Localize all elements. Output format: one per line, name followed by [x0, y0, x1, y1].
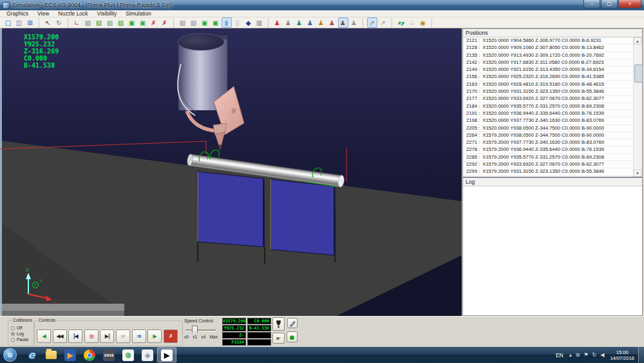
positions-list[interactable]: 2121 : X1520.0000 Y904.5860 Z-306.9770 C…: [463, 37, 634, 177]
pen-button[interactable]: [287, 318, 298, 328]
xy-measure-icon[interactable]: xy: [396, 17, 406, 28]
position-row[interactable]: 2163 : X1520.0000 Y928.4810 Z-319.5180 C…: [463, 81, 634, 88]
position-row[interactable]: 2278 : X1579.2000 Y936.9440 Z-335.6440 C…: [463, 146, 634, 153]
man-gray-icon[interactable]: ♟: [283, 17, 294, 28]
show-desktop-button[interactable]: [638, 347, 644, 363]
network-icon[interactable]: ⊞: [576, 352, 580, 358]
start-button[interactable]: ⊞: [3, 348, 17, 362]
stop-button[interactable]: ■: [84, 329, 99, 343]
position-row[interactable]: 2191 : X1520.0000 Y936.9440 Z-335.6440 C…: [463, 110, 634, 117]
step-backward-button[interactable]: |◀: [68, 329, 82, 343]
collision-option-log[interactable]: Log: [11, 331, 28, 337]
position-row[interactable]: 2128 : X1520.0000 Y909.1060 Z-307.8050 C…: [463, 44, 634, 52]
section-view-icon[interactable]: ▣: [127, 17, 137, 28]
position-row[interactable]: 2121 : X1520.0000 Y904.5860 Z-306.9770 C…: [463, 37, 634, 44]
man-delete-icon[interactable]: ♟: [327, 17, 337, 28]
volume-icon[interactable]: ◀: [600, 352, 604, 358]
position-row[interactable]: 2292 : X1579.2000 Y933.6920 Z-327.0670 C…: [463, 161, 634, 168]
delete-all-icon[interactable]: ✗: [160, 17, 170, 28]
close-button[interactable]: ×: [618, 0, 641, 8]
simulation-viewport[interactable]: Z Y X X1579.200Y925.232Z-316.269C0.000B-…: [0, 28, 462, 316]
position-row[interactable]: 2156 : X1520.0000 Y925.2320 Z-316.2690 C…: [463, 74, 634, 81]
app-green-tool[interactable]: ⊛: [118, 348, 138, 362]
graph-nodes-icon[interactable]: ∴: [407, 17, 417, 28]
man-blue-icon[interactable]: ♟: [305, 17, 316, 28]
menu-graphics[interactable]: Graphics: [2, 10, 33, 17]
view-quad-icon[interactable]: ⊞: [25, 17, 35, 28]
menu-visibility[interactable]: Visibility: [93, 10, 122, 17]
minimize-button[interactable]: –: [583, 0, 600, 8]
man-gold-icon[interactable]: ♟: [316, 17, 327, 28]
view-single-icon[interactable]: □: [3, 17, 14, 28]
position-row[interactable]: 2285 : X1579.2000 Y935.5770 Z-331.2570 C…: [463, 154, 634, 161]
globe-icon[interactable]: ◉: [418, 17, 428, 28]
man-teal-icon[interactable]: ♟: [294, 17, 305, 28]
sync-icon[interactable]: ↻: [592, 352, 597, 358]
position-row[interactable]: 2299 : X1579.2000 Y931.3150 Z-323.1350 C…: [463, 168, 634, 175]
taskbar-clock[interactable]: 15:00 14/07/2016: [610, 349, 634, 361]
shaded-view-icon[interactable]: ▧: [94, 17, 104, 28]
menu-view[interactable]: View: [33, 10, 53, 17]
clip-view-icon[interactable]: ▣: [138, 17, 148, 28]
run-to-position-button[interactable]: ⇉: [132, 329, 146, 343]
radio-off[interactable]: [11, 326, 15, 330]
scroll-up-arrow-icon[interactable]: ▲: [634, 37, 641, 44]
select-cursor-icon[interactable]: ↖: [43, 17, 53, 28]
pick-pen-icon[interactable]: ↗: [378, 17, 388, 28]
wireframe-view-icon[interactable]: ▧: [105, 17, 115, 28]
axes-display-icon[interactable]: ∟: [72, 17, 82, 28]
position-row[interactable]: 2149 : X1520.0000 Y921.6150 Z-313.4350 C…: [463, 66, 634, 74]
position-row[interactable]: 2135 : X1520.0000 Y913.4930 Z-309.1720 C…: [463, 52, 634, 59]
cylinder-icon[interactable]: ▯: [232, 17, 243, 28]
tray-expand-icon[interactable]: ▴: [569, 352, 572, 358]
pick-pen-active-icon[interactable]: ↗: [367, 17, 377, 28]
position-row[interactable]: 2198 : X1520.0000 Y937.7730 Z-340.1630 C…: [463, 117, 634, 124]
app-chrome[interactable]: [80, 348, 99, 362]
language-indicator[interactable]: EN: [556, 352, 564, 358]
stock-wire-2-icon[interactable]: ▧: [189, 17, 199, 28]
stock-box-icon[interactable]: ▥: [254, 17, 265, 28]
hidden-line-view-icon[interactable]: ▧: [116, 17, 126, 28]
collision-option-pause[interactable]: Pause: [11, 337, 28, 342]
positions-scrollbar[interactable]: ▲ ▼: [633, 37, 642, 177]
play-backward-button[interactable]: ◀: [37, 329, 51, 343]
speed-slider[interactable]: [185, 329, 216, 331]
delete-entity-icon[interactable]: ✗: [149, 17, 159, 28]
stock-solid-2-icon[interactable]: ▣: [211, 17, 221, 28]
radio-pause[interactable]: [11, 338, 15, 342]
menu-simulation[interactable]: Simulation: [121, 10, 156, 17]
position-row[interactable]: 2184 : X1520.0000 Y935.5770 Z-331.2570 C…: [463, 103, 634, 110]
menu-nozzle-lock[interactable]: Nozzle Lock: [53, 10, 92, 17]
position-row[interactable]: 2177 : X1520.0000 Y933.6920 Z-327.0670 C…: [463, 95, 634, 103]
collision-option-off[interactable]: Off: [11, 325, 28, 331]
radio-log[interactable]: [11, 332, 15, 336]
app-explorer[interactable]: [41, 348, 61, 362]
view-split-icon[interactable]: ◫: [14, 17, 24, 28]
scrollbar-thumb[interactable]: [634, 64, 643, 83]
flag-icon[interactable]: ⚑: [583, 352, 588, 358]
app-2016[interactable]: 2016: [99, 348, 118, 362]
jump-block-button[interactable]: ⇄: [116, 329, 130, 343]
man-red-icon[interactable]: ♟: [272, 17, 283, 28]
rotate-view-icon[interactable]: ↻: [54, 17, 64, 28]
position-row[interactable]: 2306 : X1579.2000 Y928.4810 Z-319.5180 C…: [463, 176, 634, 177]
maximize-button[interactable]: ▢: [601, 0, 618, 8]
marker-toggle-button[interactable]: ●: [287, 331, 298, 342]
man-off-icon[interactable]: ♟: [349, 17, 359, 28]
app-internet-explorer[interactable]: e: [22, 348, 41, 362]
scroll-down-arrow-icon[interactable]: ▼: [634, 170, 641, 177]
position-row[interactable]: 2264 : X1579.2000 Y938.0500 Z-344.7500 C…: [463, 132, 634, 139]
shield-icon[interactable]: ◆: [243, 17, 254, 28]
nozzle-tool-button[interactable]: [272, 317, 285, 331]
speed-slider-thumb[interactable]: [192, 326, 198, 335]
step-forward-button[interactable]: ▶|: [100, 329, 114, 343]
stock-solid-1-icon[interactable]: ▣: [200, 17, 210, 28]
position-row[interactable]: 2170 : X1520.0000 Y931.3150 Z-323.1350 C…: [463, 88, 634, 95]
app-simulation[interactable]: ▶: [157, 348, 176, 362]
stock-wire-1-icon[interactable]: ▧: [178, 17, 188, 28]
position-row[interactable]: 2142 : X1520.0000 Y917.6830 Z-311.0580 C…: [463, 59, 634, 66]
solid-view-icon[interactable]: ▧: [83, 17, 93, 28]
man-active-icon[interactable]: ♟: [338, 17, 348, 28]
play-forward-button[interactable]: ▶: [147, 329, 162, 343]
app-cad[interactable]: ◈: [138, 348, 157, 362]
